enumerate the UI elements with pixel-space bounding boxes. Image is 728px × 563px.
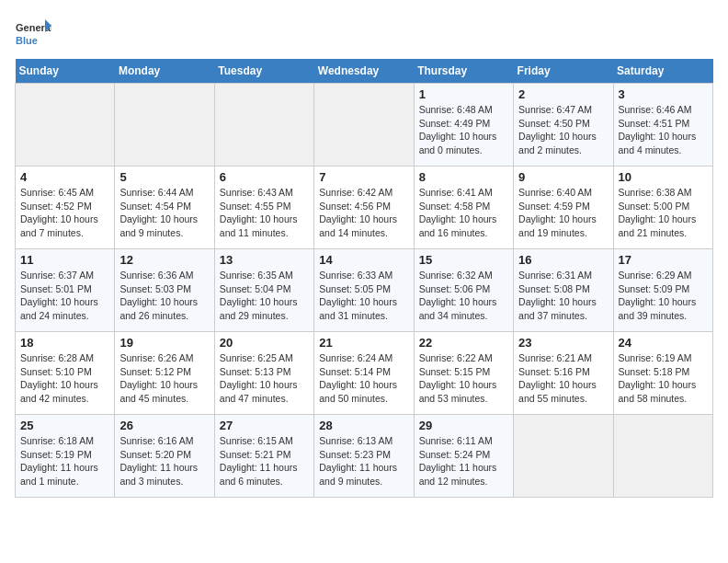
calendar-cell xyxy=(214,84,313,167)
day-number: 25 xyxy=(20,419,109,432)
day-info: Sunrise: 6:42 AMSunset: 4:56 PMDaylight:… xyxy=(319,186,408,240)
calendar-cell: 29Sunrise: 6:11 AMSunset: 5:24 PMDayligh… xyxy=(414,415,513,498)
day-info: Sunrise: 6:37 AMSunset: 5:01 PMDaylight:… xyxy=(20,269,109,323)
day-number: 14 xyxy=(319,253,408,267)
day-info: Sunrise: 6:33 AMSunset: 5:05 PMDaylight:… xyxy=(319,269,408,323)
header-row: SundayMondayTuesdayWednesdayThursdayFrid… xyxy=(16,59,713,84)
calendar-cell: 4Sunrise: 6:45 AMSunset: 4:52 PMDaylight… xyxy=(16,167,115,249)
day-number: 3 xyxy=(619,87,708,101)
calendar-cell: 10Sunrise: 6:38 AMSunset: 5:00 PMDayligh… xyxy=(613,167,712,249)
day-number: 8 xyxy=(419,170,508,184)
calendar-cell: 7Sunrise: 6:42 AMSunset: 4:56 PMDaylight… xyxy=(314,167,414,249)
calendar-cell: 21Sunrise: 6:24 AMSunset: 5:14 PMDayligh… xyxy=(314,332,414,415)
day-header-sunday: Sunday xyxy=(16,59,115,84)
day-info: Sunrise: 6:43 AMSunset: 4:55 PMDaylight:… xyxy=(220,186,309,240)
day-info: Sunrise: 6:13 AMSunset: 5:23 PMDaylight:… xyxy=(319,434,408,488)
day-header-thursday: Thursday xyxy=(414,59,513,84)
calendar-cell: 12Sunrise: 6:36 AMSunset: 5:03 PMDayligh… xyxy=(115,249,214,332)
day-info: Sunrise: 6:16 AMSunset: 5:20 PMDaylight:… xyxy=(119,434,209,488)
calendar-cell: 17Sunrise: 6:29 AMSunset: 5:09 PMDayligh… xyxy=(613,249,712,332)
day-number: 9 xyxy=(518,170,608,184)
day-number: 11 xyxy=(20,253,109,267)
calendar-cell: 27Sunrise: 6:15 AMSunset: 5:21 PMDayligh… xyxy=(214,415,313,498)
calendar-cell: 16Sunrise: 6:31 AMSunset: 5:08 PMDayligh… xyxy=(514,249,613,332)
calendar-cell: 1Sunrise: 6:48 AMSunset: 4:49 PMDaylight… xyxy=(414,84,513,167)
calendar-header: SundayMondayTuesdayWednesdayThursdayFrid… xyxy=(16,59,713,84)
day-info: Sunrise: 6:38 AMSunset: 5:00 PMDaylight:… xyxy=(619,186,708,240)
day-header-wednesday: Wednesday xyxy=(314,59,414,84)
day-info: Sunrise: 6:29 AMSunset: 5:09 PMDaylight:… xyxy=(619,269,708,323)
day-number: 2 xyxy=(518,87,608,101)
calendar-cell xyxy=(314,84,414,167)
calendar-cell: 9Sunrise: 6:40 AMSunset: 4:59 PMDaylight… xyxy=(514,167,613,249)
calendar-cell: 28Sunrise: 6:13 AMSunset: 5:23 PMDayligh… xyxy=(314,415,414,498)
calendar-cell xyxy=(115,84,214,167)
day-number: 18 xyxy=(20,336,109,350)
week-row: 25Sunrise: 6:18 AMSunset: 5:19 PMDayligh… xyxy=(16,415,713,498)
header: General Blue xyxy=(15,15,713,52)
logo-svg: General Blue xyxy=(15,15,51,52)
calendar-cell: 14Sunrise: 6:33 AMSunset: 5:05 PMDayligh… xyxy=(314,249,414,332)
day-header-monday: Monday xyxy=(115,59,214,84)
day-info: Sunrise: 6:47 AMSunset: 4:50 PMDaylight:… xyxy=(518,103,608,157)
week-row: 1Sunrise: 6:48 AMSunset: 4:49 PMDaylight… xyxy=(16,84,713,167)
day-number: 24 xyxy=(619,336,708,350)
calendar-cell: 19Sunrise: 6:26 AMSunset: 5:12 PMDayligh… xyxy=(115,332,214,415)
calendar-cell: 18Sunrise: 6:28 AMSunset: 5:10 PMDayligh… xyxy=(16,332,115,415)
day-number: 22 xyxy=(419,336,508,350)
calendar-cell: 15Sunrise: 6:32 AMSunset: 5:06 PMDayligh… xyxy=(414,249,513,332)
day-info: Sunrise: 6:28 AMSunset: 5:10 PMDaylight:… xyxy=(20,351,109,406)
calendar-cell: 3Sunrise: 6:46 AMSunset: 4:51 PMDaylight… xyxy=(613,84,712,167)
day-number: 19 xyxy=(119,336,209,350)
day-number: 23 xyxy=(518,336,608,350)
day-number: 4 xyxy=(20,170,109,184)
calendar-cell: 11Sunrise: 6:37 AMSunset: 5:01 PMDayligh… xyxy=(16,249,115,332)
day-info: Sunrise: 6:18 AMSunset: 5:19 PMDaylight:… xyxy=(20,434,109,488)
calendar-cell xyxy=(16,84,115,167)
day-info: Sunrise: 6:36 AMSunset: 5:03 PMDaylight:… xyxy=(119,269,209,323)
day-info: Sunrise: 6:31 AMSunset: 5:08 PMDaylight:… xyxy=(518,269,608,323)
calendar-body: 1Sunrise: 6:48 AMSunset: 4:49 PMDaylight… xyxy=(16,84,713,498)
day-info: Sunrise: 6:45 AMSunset: 4:52 PMDaylight:… xyxy=(20,186,109,240)
day-header-friday: Friday xyxy=(514,59,613,84)
day-info: Sunrise: 6:22 AMSunset: 5:15 PMDaylight:… xyxy=(419,351,508,406)
calendar-cell: 5Sunrise: 6:44 AMSunset: 4:54 PMDaylight… xyxy=(115,167,214,249)
day-number: 16 xyxy=(518,253,608,267)
calendar-cell: 23Sunrise: 6:21 AMSunset: 5:16 PMDayligh… xyxy=(514,332,613,415)
day-info: Sunrise: 6:35 AMSunset: 5:04 PMDaylight:… xyxy=(220,269,309,323)
calendar-cell: 20Sunrise: 6:25 AMSunset: 5:13 PMDayligh… xyxy=(214,332,313,415)
day-number: 29 xyxy=(419,419,508,432)
calendar-table: SundayMondayTuesdayWednesdayThursdayFrid… xyxy=(15,59,713,498)
calendar-cell xyxy=(514,415,613,498)
day-number: 28 xyxy=(319,419,408,432)
day-info: Sunrise: 6:24 AMSunset: 5:14 PMDaylight:… xyxy=(319,351,408,406)
day-number: 12 xyxy=(119,253,209,267)
day-number: 13 xyxy=(220,253,309,267)
day-number: 7 xyxy=(319,170,408,184)
week-row: 4Sunrise: 6:45 AMSunset: 4:52 PMDaylight… xyxy=(16,167,713,249)
day-info: Sunrise: 6:44 AMSunset: 4:54 PMDaylight:… xyxy=(119,186,209,240)
day-info: Sunrise: 6:25 AMSunset: 5:13 PMDaylight:… xyxy=(220,351,309,406)
day-number: 17 xyxy=(619,253,708,267)
day-number: 27 xyxy=(220,419,309,432)
calendar-cell: 8Sunrise: 6:41 AMSunset: 4:58 PMDaylight… xyxy=(414,167,513,249)
day-number: 10 xyxy=(619,170,708,184)
day-number: 26 xyxy=(119,419,209,432)
calendar-cell: 25Sunrise: 6:18 AMSunset: 5:19 PMDayligh… xyxy=(16,415,115,498)
day-info: Sunrise: 6:19 AMSunset: 5:18 PMDaylight:… xyxy=(619,351,708,406)
day-header-saturday: Saturday xyxy=(613,59,712,84)
day-info: Sunrise: 6:40 AMSunset: 4:59 PMDaylight:… xyxy=(518,186,608,240)
calendar-cell: 13Sunrise: 6:35 AMSunset: 5:04 PMDayligh… xyxy=(214,249,313,332)
day-info: Sunrise: 6:46 AMSunset: 4:51 PMDaylight:… xyxy=(619,103,708,157)
calendar-cell: 24Sunrise: 6:19 AMSunset: 5:18 PMDayligh… xyxy=(613,332,712,415)
calendar-cell xyxy=(613,415,712,498)
day-header-tuesday: Tuesday xyxy=(214,59,313,84)
day-number: 15 xyxy=(419,253,508,267)
day-info: Sunrise: 6:15 AMSunset: 5:21 PMDaylight:… xyxy=(220,434,309,488)
day-number: 1 xyxy=(419,87,508,101)
day-number: 21 xyxy=(319,336,408,350)
day-number: 6 xyxy=(220,170,309,184)
calendar-cell: 22Sunrise: 6:22 AMSunset: 5:15 PMDayligh… xyxy=(414,332,513,415)
day-info: Sunrise: 6:32 AMSunset: 5:06 PMDaylight:… xyxy=(419,269,508,323)
day-info: Sunrise: 6:48 AMSunset: 4:49 PMDaylight:… xyxy=(419,103,508,157)
